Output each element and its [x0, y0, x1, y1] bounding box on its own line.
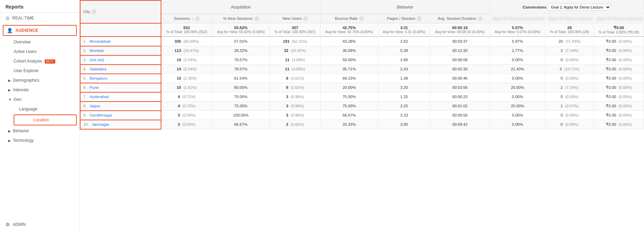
technology-arrow: ▶ — [8, 139, 11, 143]
city-link[interactable]: Bengaluru — [90, 76, 107, 80]
goal1-value-cell: ₹0.00 (0.00%) — [594, 120, 644, 129]
pages-session-cell: 5.39 — [378, 46, 430, 55]
sidebar-item-language[interactable]: Language — [0, 104, 79, 114]
sessions-cell: 13 (2.36%) — [161, 74, 212, 83]
sessions-cell: 335 (60.69%) — [161, 37, 212, 46]
new-users-help[interactable]: ? — [304, 17, 308, 21]
summary-new-users: 307 % of Total: 100.00% (307) — [270, 23, 321, 37]
sidebar-item-user-explorer[interactable]: User Explorer — [0, 66, 79, 76]
goal1-completions-cell: 1 (3.57%) — [545, 102, 594, 111]
sessions-cell: 14 (2.54%) — [161, 55, 212, 65]
overview-label: Overview — [14, 40, 31, 44]
conversion-goal-select[interactable]: Goal 1: Apply for Demo Lecture — [548, 4, 611, 11]
city-link[interactable]: Hyderabad — [90, 95, 109, 99]
bounce-rate-help[interactable]: ? — [360, 17, 364, 21]
city-link[interactable]: Vadodara — [90, 67, 106, 71]
sessions-sort-icon[interactable]: ↓ — [192, 16, 194, 21]
new-users-cell: 8 (2.61%) — [270, 83, 321, 92]
new-users-cell: 2 (0.65%) — [270, 120, 321, 129]
avg-session-cell: 00:09:56 — [430, 111, 490, 120]
new-users-cell: 8 (2.61%) — [270, 74, 321, 83]
goal1-conv-rate-cell: 0.00% — [490, 55, 545, 65]
city-cell: 1. Ahmedabad — [80, 37, 161, 46]
sidebar-item-audience[interactable]: 👤 AUDIENCE — [3, 25, 77, 36]
goal1-completions-cell: 0 (0.00%) — [545, 111, 594, 120]
row-number: 10. — [83, 122, 89, 126]
sidebar-item-overview[interactable]: Overview — [0, 37, 79, 47]
goal1-value-cell: ₹0.00 (0.00%) — [594, 65, 644, 74]
sidebar-item-geo[interactable]: ▼ Geo — [0, 95, 79, 104]
city-link[interactable]: Ahmedabad — [89, 39, 111, 43]
goal1-conv-rate-cell: 0.00% — [490, 92, 545, 102]
bounce-rate-cell: 66.67% — [320, 111, 378, 120]
city-link[interactable]: Jaipur — [90, 104, 100, 108]
sidebar-item-technology[interactable]: ▶ Technology — [0, 136, 79, 145]
language-label: Language — [19, 107, 37, 111]
city-link[interactable]: Gandhinagar — [90, 113, 113, 117]
table-row: 1. Ahmedabad 335 (60.69%) 57.01% 191 (62… — [80, 37, 644, 46]
city-link[interactable]: Mumbai — [90, 49, 104, 53]
pct-new-sessions-cell: 80.00% — [212, 83, 270, 92]
table-row: 9. Gandhinagar 3 (0.54%) 100.00% 3 (0.98… — [80, 111, 644, 120]
goal1-conv-rate-header: Apply for Demo Lecture (Goal 1 Conversio… — [490, 14, 545, 23]
audience-icon: 👤 — [7, 28, 13, 33]
behavior-arrow: ▶ — [8, 129, 11, 133]
sidebar-item-active-users[interactable]: Active Users — [0, 47, 79, 56]
technology-label: Technology — [13, 138, 34, 143]
goal1-value-header: Apply for Demo Lecture (Goal 1 Value) ? — [594, 14, 644, 23]
table-body: 1. Ahmedabad 335 (60.69%) 57.01% 191 (62… — [80, 37, 644, 129]
sidebar-item-admin[interactable]: ⚙ ADMIN — [0, 219, 79, 230]
pages-session-cell: 2.43 — [378, 65, 430, 74]
new-users-cell: 11 (3.58%) — [270, 65, 321, 74]
new-users-cell: 11 (3.58%) — [270, 55, 321, 65]
sessions-cell: 3 (0.54%) — [161, 120, 212, 129]
pages-session-cell: 2.92 — [378, 37, 430, 46]
sidebar-item-cohort[interactable]: Cohort Analysis BETA — [0, 56, 79, 66]
city-cell: 4. Vadodara — [80, 65, 161, 74]
bounce-rate-cell: 33.33% — [320, 120, 378, 129]
geo-label: Geo — [14, 97, 21, 102]
row-number: 8. — [83, 104, 87, 108]
goal1-conv-rate-cell: 0.00% — [490, 74, 545, 83]
pages-session-help[interactable]: ? — [417, 17, 421, 21]
pct-new-sessions-cell: 75.00% — [212, 92, 270, 102]
bounce-rate-cell: 75.00% — [320, 102, 378, 111]
city-column-header: City — [83, 10, 90, 14]
sidebar-item-behavior[interactable]: ▶ Behavior — [0, 126, 79, 136]
sidebar: Reports ⊙ REAL-TIME 👤 AUDIENCE Overview … — [0, 0, 80, 230]
avg-session-cell: 00:00:23 — [430, 92, 490, 102]
summary-row: 552 % of Total: 100.00% (552) 55.62% Avg… — [80, 23, 644, 37]
goal1-completions-cell: 3 (10.71%) — [545, 65, 594, 74]
sessions-cell: 14 (2.54%) — [161, 65, 212, 74]
city-link[interactable]: Pune — [90, 85, 99, 90]
row-number: 2. — [83, 49, 87, 53]
city-cell: 7. Hyderabad — [80, 92, 161, 102]
sidebar-item-interests[interactable]: ▶ Interests — [0, 85, 79, 95]
bounce-rate-cell: 43.28% — [320, 37, 378, 46]
city-link[interactable]: Jamnagar — [92, 122, 109, 126]
pct-new-sessions-header: % New Sessions ? — [212, 14, 270, 23]
goal1-conv-rate-cell: 25.00% — [490, 102, 545, 111]
city-cell: 2. Mumbai — [80, 46, 161, 55]
avg-session-cell: 00:09:42 — [430, 120, 490, 129]
city-cell: 3. (not set) — [80, 55, 161, 65]
avg-session-help[interactable]: ? — [478, 17, 482, 21]
pct-new-sessions-cell: 100.00% — [212, 111, 270, 120]
goal1-completions-cell: 0 (0.00%) — [545, 74, 594, 83]
city-help-icon[interactable]: ? — [92, 10, 96, 14]
sidebar-item-location[interactable]: Location — [14, 114, 77, 125]
row-number: 7. — [83, 95, 87, 99]
goal1-conv-rate-cell: 0.00% — [490, 111, 545, 120]
sidebar-item-realtime[interactable]: ⊙ REAL-TIME — [0, 13, 79, 24]
row-number: 6. — [83, 85, 87, 90]
pages-session-cell: 1.38 — [378, 74, 430, 83]
admin-label: ADMIN — [13, 222, 26, 227]
sessions-help[interactable]: ? — [195, 17, 200, 21]
main-content: City ? Acquisition Behavior Conversions … — [80, 0, 644, 230]
table-row: 6. Pune 10 (1.81%) 80.00% 8 (2.61%) 20.0… — [80, 83, 644, 92]
sidebar-item-demographics[interactable]: ▶ Demographics — [0, 76, 79, 85]
city-link[interactable]: (not set) — [90, 58, 104, 62]
pct-new-sessions-help[interactable]: ? — [254, 17, 259, 21]
bounce-rate-cell: 30.09% — [320, 46, 378, 55]
behavior-group-header: Behavior — [320, 0, 490, 14]
